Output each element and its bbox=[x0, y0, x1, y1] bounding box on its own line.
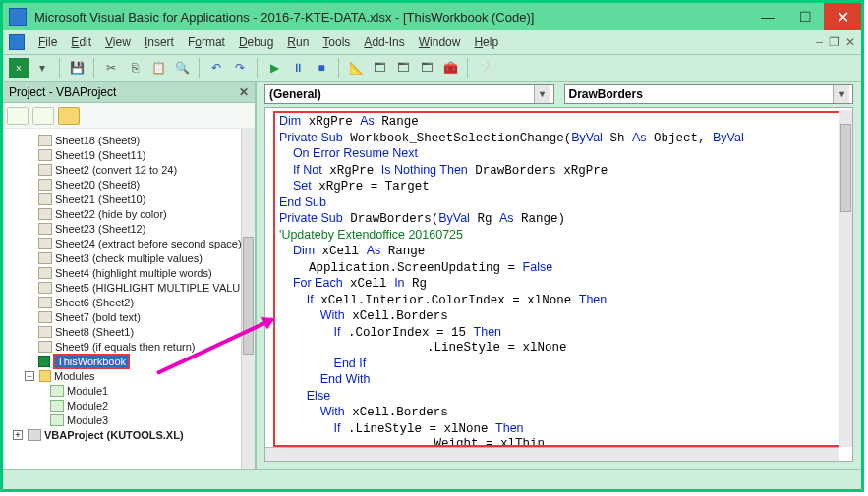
menu-help[interactable]: Help bbox=[474, 35, 498, 49]
redo-icon[interactable]: ↷ bbox=[230, 58, 250, 78]
tree-item-module[interactable]: Module3 bbox=[7, 413, 255, 427]
project-pane-title-text: Project - VBAProject bbox=[9, 85, 116, 99]
toolbox-icon[interactable]: 🧰 bbox=[440, 58, 460, 78]
menu-edit[interactable]: Edit bbox=[71, 35, 91, 49]
tree-item-sheet[interactable]: Sheet21 (Sheet10) bbox=[7, 192, 255, 206]
tree-item-sheet[interactable]: Sheet5 (HIGHLIGHT MULTIPLE VALUES) bbox=[7, 280, 255, 295]
help-icon[interactable]: ❔ bbox=[475, 58, 494, 78]
code-horizontal-scrollbar[interactable] bbox=[265, 447, 839, 461]
object-combo[interactable]: (General) bbox=[264, 84, 554, 104]
tree-item-sheet[interactable]: Sheet19 (Sheet11) bbox=[7, 147, 255, 162]
menu-view[interactable]: View bbox=[105, 35, 131, 49]
vb-icon bbox=[9, 34, 25, 50]
project-scrollbar[interactable] bbox=[241, 129, 255, 469]
object-browser-icon[interactable]: 🗔 bbox=[417, 58, 436, 78]
menu-debug[interactable]: Debug bbox=[239, 35, 273, 49]
paste-icon[interactable]: 📋 bbox=[148, 58, 168, 78]
tree-item-thisworkbook[interactable]: ThisWorkbook bbox=[7, 354, 255, 368]
menu-insert[interactable]: Insert bbox=[145, 35, 174, 49]
menu-format[interactable]: Format bbox=[188, 35, 225, 49]
mdi-minimize-button[interactable]: – bbox=[816, 35, 823, 49]
tree-item-sheet[interactable]: Sheet20 (Sheet8) bbox=[7, 177, 255, 192]
project-pane-title: Project - VBAProject ✕ bbox=[3, 82, 255, 103]
menu-addins[interactable]: Add-Ins bbox=[364, 35, 404, 49]
tree-item-sheet[interactable]: Sheet18 (Sheet9) bbox=[7, 133, 255, 147]
project-pane-close-button[interactable]: ✕ bbox=[239, 85, 249, 99]
code-vertical-scrollbar[interactable] bbox=[839, 110, 852, 447]
vba-app-icon bbox=[9, 8, 27, 26]
tree-item-sheet[interactable]: Sheet22 (hide by color) bbox=[7, 206, 255, 221]
close-button[interactable]: ✕ bbox=[824, 3, 861, 30]
mdi-close-button[interactable]: ✕ bbox=[845, 35, 855, 49]
window-title: Microsoft Visual Basic for Applications … bbox=[34, 10, 749, 25]
menu-run[interactable]: Run bbox=[287, 35, 309, 49]
menu-bar: FFileile Edit View Insert Format Debug R… bbox=[3, 30, 861, 54]
save-icon[interactable]: 💾 bbox=[67, 58, 87, 78]
tree-folder-modules[interactable]: –Modules bbox=[7, 368, 255, 383]
tree-item-sheet[interactable]: Sheet4 (highlight multiple words) bbox=[7, 265, 255, 280]
menu-tools[interactable]: Tools bbox=[322, 35, 350, 49]
project-explorer-icon[interactable]: 🗔 bbox=[370, 58, 389, 78]
design-mode-icon[interactable]: 📐 bbox=[346, 58, 366, 78]
title-bar: Microsoft Visual Basic for Applications … bbox=[3, 3, 861, 30]
toolbar: X ▾ 💾 ✂ ⎘ 📋 🔍 ↶ ↷ ▶ ⏸ ■ 📐 🗔 🗔 🗔 🧰 ❔ bbox=[3, 54, 861, 82]
tree-item-sheet[interactable]: Sheet8 (Sheet1) bbox=[7, 324, 255, 339]
tree-item-vbaproject[interactable]: +VBAProject (KUTOOLS.XL) bbox=[7, 427, 255, 442]
tree-item-sheet[interactable]: Sheet2 (convert 12 to 24) bbox=[7, 162, 255, 177]
project-explorer: Project - VBAProject ✕ Sheet18 (Sheet9)S… bbox=[3, 82, 257, 469]
tree-item-sheet[interactable]: Sheet23 (Sheet12) bbox=[7, 221, 255, 236]
view-code-icon[interactable] bbox=[7, 107, 29, 125]
tree-item-module[interactable]: Module1 bbox=[7, 383, 255, 398]
tree-item-sheet[interactable]: Sheet9 (if equals then return) bbox=[7, 339, 255, 354]
insert-dropdown[interactable]: ▾ bbox=[32, 58, 52, 78]
menu-file[interactable]: FFileile bbox=[38, 35, 57, 49]
project-tree[interactable]: Sheet18 (Sheet9)Sheet19 (Sheet11)Sheet2 … bbox=[3, 129, 255, 469]
undo-icon[interactable]: ↶ bbox=[206, 58, 226, 78]
properties-icon[interactable]: 🗔 bbox=[393, 58, 413, 78]
toggle-folders-icon[interactable] bbox=[58, 107, 80, 125]
minimize-button[interactable]: — bbox=[749, 3, 786, 30]
cut-icon[interactable]: ✂ bbox=[101, 58, 121, 78]
tree-item-module[interactable]: Module2 bbox=[7, 398, 255, 413]
tree-item-sheet[interactable]: Sheet3 (check multiple values) bbox=[7, 250, 255, 265]
code-editor[interactable]: Dim xRgPre As Range Private Sub Workbook… bbox=[264, 107, 853, 462]
tree-item-sheet[interactable]: Sheet6 (Sheet2) bbox=[7, 295, 255, 309]
excel-icon[interactable]: X bbox=[9, 58, 29, 78]
tree-item-sheet[interactable]: Sheet24 (extract before second space) bbox=[7, 236, 255, 250]
copy-icon[interactable]: ⎘ bbox=[125, 58, 145, 78]
pause-icon[interactable]: ⏸ bbox=[288, 58, 308, 78]
view-object-icon[interactable] bbox=[32, 107, 54, 125]
status-bar bbox=[3, 469, 861, 489]
run-icon[interactable]: ▶ bbox=[264, 58, 284, 78]
find-icon[interactable]: 🔍 bbox=[172, 58, 192, 78]
maximize-button[interactable]: ☐ bbox=[786, 3, 824, 30]
tree-item-sheet[interactable]: Sheet7 (bold text) bbox=[7, 309, 255, 324]
mdi-restore-button[interactable]: ❐ bbox=[829, 35, 839, 49]
stop-icon[interactable]: ■ bbox=[312, 58, 331, 78]
procedure-combo[interactable]: DrawBorders bbox=[564, 84, 854, 104]
menu-window[interactable]: Window bbox=[419, 35, 461, 49]
